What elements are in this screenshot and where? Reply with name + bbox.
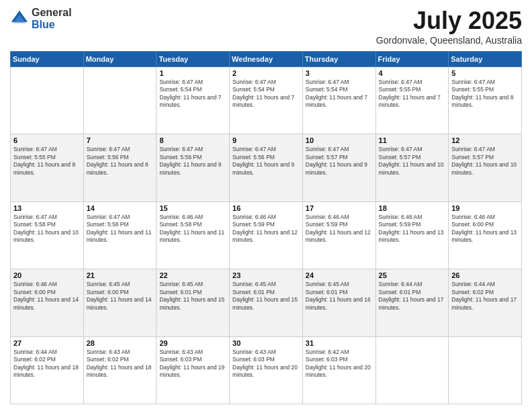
day-info: Sunrise: 6:45 AM Sunset: 6:01 PM Dayligh… — [306, 281, 373, 312]
calendar-day-cell: 11Sunrise: 6:47 AM Sunset: 5:57 PM Dayli… — [375, 134, 449, 201]
day-info: Sunrise: 6:46 AM Sunset: 6:00 PM Dayligh… — [451, 214, 519, 244]
day-number: 24 — [306, 271, 373, 279]
calendar-day-cell: 8Sunrise: 6:47 AM Sunset: 5:56 PM Daylig… — [157, 134, 230, 201]
day-info: Sunrise: 6:47 AM Sunset: 5:55 PM Dayligh… — [379, 79, 446, 109]
calendar-day-cell: 14Sunrise: 6:47 AM Sunset: 5:58 PM Dayli… — [83, 201, 157, 269]
logo-blue: Blue — [32, 19, 72, 31]
calendar-week-row: 13Sunrise: 6:47 AM Sunset: 5:58 PM Dayli… — [11, 201, 522, 269]
calendar-day-cell: 17Sunrise: 6:46 AM Sunset: 5:59 PM Dayli… — [302, 201, 375, 269]
calendar-day-cell: 20Sunrise: 6:46 AM Sunset: 6:00 PM Dayli… — [11, 269, 84, 336]
title-area: July 2025 Gordonvale, Queensland, Austra… — [376, 7, 522, 46]
day-info: Sunrise: 6:47 AM Sunset: 5:57 PM Dayligh… — [379, 146, 446, 177]
day-info: Sunrise: 6:46 AM Sunset: 5:59 PM Dayligh… — [306, 214, 373, 244]
calendar-day-cell: 29Sunrise: 6:43 AM Sunset: 6:03 PM Dayli… — [157, 336, 230, 404]
calendar-day-cell: 25Sunrise: 6:44 AM Sunset: 6:01 PM Dayli… — [375, 269, 449, 336]
calendar-day-cell: 7Sunrise: 6:47 AM Sunset: 5:56 PM Daylig… — [83, 134, 157, 201]
day-number: 7 — [87, 136, 154, 144]
day-info: Sunrise: 6:47 AM Sunset: 5:56 PM Dayligh… — [232, 146, 300, 177]
calendar-day-cell: 1Sunrise: 6:47 AM Sunset: 5:54 PM Daylig… — [157, 67, 230, 134]
day-info: Sunrise: 6:45 AM Sunset: 6:01 PM Dayligh… — [232, 281, 300, 312]
day-info: Sunrise: 6:46 AM Sunset: 5:59 PM Dayligh… — [232, 214, 300, 244]
calendar-day-cell: 23Sunrise: 6:45 AM Sunset: 6:01 PM Dayli… — [230, 269, 303, 336]
day-number: 3 — [306, 69, 373, 77]
day-number: 26 — [451, 271, 519, 279]
day-info: Sunrise: 6:45 AM Sunset: 6:01 PM Dayligh… — [159, 281, 226, 312]
day-number: 11 — [379, 136, 446, 144]
calendar-day-cell: 31Sunrise: 6:42 AM Sunset: 6:03 PM Dayli… — [302, 336, 375, 404]
day-number: 30 — [232, 339, 300, 347]
calendar-table: SundayMondayTuesdayWednesdayThursdayFrid… — [10, 51, 522, 404]
calendar-day-cell: 9Sunrise: 6:47 AM Sunset: 5:56 PM Daylig… — [230, 134, 303, 201]
day-info: Sunrise: 6:45 AM Sunset: 6:00 PM Dayligh… — [87, 281, 154, 312]
calendar-day-cell: 16Sunrise: 6:46 AM Sunset: 5:59 PM Dayli… — [230, 201, 303, 269]
day-info: Sunrise: 6:44 AM Sunset: 6:02 PM Dayligh… — [451, 281, 519, 312]
day-number: 14 — [87, 204, 154, 212]
weekday-header: Saturday — [449, 52, 522, 67]
day-number: 18 — [379, 204, 446, 212]
calendar-day-cell: 28Sunrise: 6:43 AM Sunset: 6:02 PM Dayli… — [83, 336, 157, 404]
day-number: 17 — [306, 204, 373, 212]
day-number: 1 — [159, 69, 226, 77]
weekday-header: Friday — [375, 52, 449, 67]
calendar-day-cell: 22Sunrise: 6:45 AM Sunset: 6:01 PM Dayli… — [157, 269, 230, 336]
calendar-day-cell: 6Sunrise: 6:47 AM Sunset: 5:55 PM Daylig… — [11, 134, 84, 201]
day-number: 27 — [13, 339, 81, 347]
logo-general: General — [32, 7, 72, 19]
day-info: Sunrise: 6:42 AM Sunset: 6:03 PM Dayligh… — [306, 349, 373, 379]
day-info: Sunrise: 6:47 AM Sunset: 5:54 PM Dayligh… — [159, 79, 226, 109]
calendar-day-cell: 2Sunrise: 6:47 AM Sunset: 5:54 PM Daylig… — [230, 67, 303, 134]
calendar-day-cell: 12Sunrise: 6:47 AM Sunset: 5:57 PM Dayli… — [449, 134, 522, 201]
day-number: 19 — [451, 204, 519, 212]
calendar-week-row: 20Sunrise: 6:46 AM Sunset: 6:00 PM Dayli… — [11, 269, 522, 336]
calendar-day-cell: 5Sunrise: 6:47 AM Sunset: 5:55 PM Daylig… — [449, 67, 522, 134]
day-number: 6 — [13, 136, 81, 144]
day-number: 16 — [232, 204, 300, 212]
calendar-day-cell — [375, 336, 449, 404]
calendar-week-row: 6Sunrise: 6:47 AM Sunset: 5:55 PM Daylig… — [11, 134, 522, 201]
day-number: 23 — [232, 271, 300, 279]
day-number: 25 — [379, 271, 446, 279]
calendar-day-cell — [449, 336, 522, 404]
subtitle: Gordonvale, Queensland, Australia — [376, 35, 522, 46]
logo: General Blue — [10, 7, 72, 30]
calendar-day-cell: 30Sunrise: 6:43 AM Sunset: 6:03 PM Dayli… — [230, 336, 303, 404]
calendar-day-cell: 24Sunrise: 6:45 AM Sunset: 6:01 PM Dayli… — [302, 269, 375, 336]
day-number: 15 — [159, 204, 226, 212]
day-info: Sunrise: 6:46 AM Sunset: 5:58 PM Dayligh… — [159, 214, 226, 244]
day-number: 9 — [232, 136, 300, 144]
day-info: Sunrise: 6:47 AM Sunset: 5:54 PM Dayligh… — [232, 79, 300, 109]
weekday-header: Wednesday — [230, 52, 303, 67]
day-number: 12 — [451, 136, 519, 144]
calendar-day-cell: 4Sunrise: 6:47 AM Sunset: 5:55 PM Daylig… — [375, 67, 449, 134]
day-info: Sunrise: 6:47 AM Sunset: 5:55 PM Dayligh… — [451, 79, 519, 109]
calendar-day-cell: 18Sunrise: 6:46 AM Sunset: 5:59 PM Dayli… — [375, 201, 449, 269]
day-number: 10 — [306, 136, 373, 144]
day-number: 20 — [13, 271, 81, 279]
day-info: Sunrise: 6:43 AM Sunset: 6:02 PM Dayligh… — [87, 349, 154, 379]
day-number: 13 — [13, 204, 81, 212]
day-number: 2 — [232, 69, 300, 77]
main-title: July 2025 — [376, 7, 522, 35]
calendar-day-cell: 27Sunrise: 6:44 AM Sunset: 6:02 PM Dayli… — [11, 336, 84, 404]
day-number: 22 — [159, 271, 226, 279]
day-info: Sunrise: 6:47 AM Sunset: 5:57 PM Dayligh… — [451, 146, 519, 177]
day-info: Sunrise: 6:47 AM Sunset: 5:58 PM Dayligh… — [87, 214, 154, 244]
day-info: Sunrise: 6:47 AM Sunset: 5:55 PM Dayligh… — [13, 146, 81, 177]
day-info: Sunrise: 6:43 AM Sunset: 6:03 PM Dayligh… — [159, 349, 226, 379]
logo-icon — [10, 9, 29, 28]
calendar-day-cell: 3Sunrise: 6:47 AM Sunset: 5:54 PM Daylig… — [302, 67, 375, 134]
weekday-header: Sunday — [11, 52, 84, 67]
day-info: Sunrise: 6:47 AM Sunset: 5:56 PM Dayligh… — [87, 146, 154, 177]
calendar-day-cell: 26Sunrise: 6:44 AM Sunset: 6:02 PM Dayli… — [449, 269, 522, 336]
day-info: Sunrise: 6:43 AM Sunset: 6:03 PM Dayligh… — [232, 349, 300, 379]
day-number: 5 — [451, 69, 519, 77]
day-number: 4 — [379, 69, 446, 77]
day-number: 8 — [159, 136, 226, 144]
calendar-header-row: SundayMondayTuesdayWednesdayThursdayFrid… — [11, 52, 522, 67]
calendar-day-cell — [11, 67, 84, 134]
day-info: Sunrise: 6:46 AM Sunset: 6:00 PM Dayligh… — [13, 281, 81, 312]
calendar-day-cell — [83, 67, 157, 134]
logo-text: General Blue — [32, 7, 72, 30]
day-info: Sunrise: 6:47 AM Sunset: 5:54 PM Dayligh… — [306, 79, 373, 109]
calendar-day-cell: 15Sunrise: 6:46 AM Sunset: 5:58 PM Dayli… — [157, 201, 230, 269]
